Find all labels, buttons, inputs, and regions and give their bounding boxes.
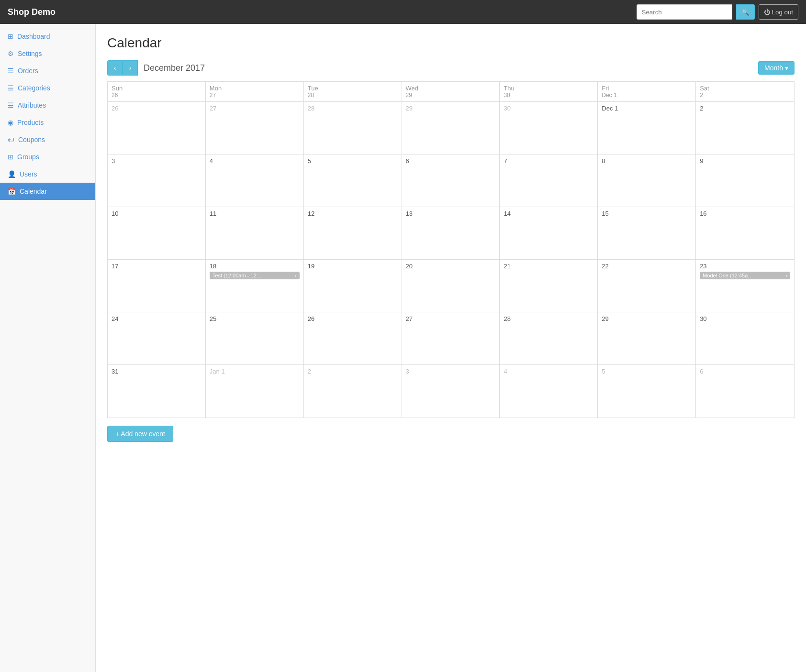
calendar-cell[interactable]: 20 — [402, 260, 500, 312]
cell-day-number: 5 — [308, 157, 398, 165]
calendar-week-1: 2627282930Dec 12 — [108, 102, 794, 154]
cell-day-number: 10 — [112, 210, 202, 217]
calendar-cell[interactable]: 24 — [108, 312, 206, 365]
cell-day-number: 3 — [112, 157, 202, 165]
calendar-cell[interactable]: 4 — [500, 365, 598, 418]
calendar-cell[interactable]: 29 — [598, 312, 696, 365]
sidebar-item-label: Orders — [18, 67, 38, 75]
calendar-cell[interactable]: 25 — [206, 312, 304, 365]
prev-month-button[interactable]: ‹ — [107, 60, 123, 76]
sidebar-item-label: Dashboard — [17, 33, 50, 40]
attributes-icon: ☰ — [8, 101, 14, 109]
calendar-cell[interactable]: 13 — [402, 207, 500, 260]
cell-day-number: 2 — [700, 105, 790, 112]
calendar-cell[interactable]: 14 — [500, 207, 598, 260]
calendar-cell[interactable]: 30 — [696, 312, 794, 365]
calendar-cell[interactable]: 9 — [696, 154, 794, 207]
cell-day-number: 19 — [308, 263, 398, 270]
calendar-cell[interactable]: 4 — [206, 154, 304, 207]
sidebar-item-dashboard[interactable]: ⊞Dashboard — [0, 28, 95, 45]
sidebar-item-categories[interactable]: ☰Categories — [0, 79, 95, 97]
cell-day-number: 4 — [504, 368, 593, 375]
cell-day-number: 7 — [504, 157, 593, 165]
cell-day-number: 14 — [504, 210, 593, 217]
calendar-header: ‹ › December 2017 Month ▾ — [107, 60, 795, 76]
cell-day-number: 12 — [308, 210, 398, 217]
sidebar-item-label: Calendar — [20, 187, 47, 195]
calendar-week-5: 24252627282930 — [108, 312, 794, 365]
calendar-cell[interactable]: 22 — [598, 260, 696, 312]
calendar-cell[interactable]: Dec 1 — [598, 102, 696, 154]
calendar-cell[interactable]: 5 — [598, 365, 696, 418]
sidebar-item-users[interactable]: 👤Users — [0, 165, 95, 183]
calendar-cell[interactable]: 3 — [108, 154, 206, 207]
add-event-button[interactable]: + Add new event — [107, 426, 173, 442]
calendar-cell[interactable]: 5 — [304, 154, 402, 207]
day-header-tue: Tue28 — [304, 82, 402, 102]
calendar-cell[interactable]: 31 — [108, 365, 206, 418]
sidebar-item-groups[interactable]: ⊞Groups — [0, 148, 95, 165]
calendar-cell[interactable]: 28 — [500, 312, 598, 365]
calendar-cell[interactable]: 3 — [402, 365, 500, 418]
cell-day-number: 30 — [504, 105, 593, 112]
calendar-cell[interactable]: 6 — [696, 365, 794, 418]
calendar-cell[interactable]: 27 — [402, 312, 500, 365]
calendar-cell[interactable]: 29 — [402, 102, 500, 154]
event-badge[interactable]: Test (12:00am - 12:…› — [210, 272, 300, 279]
search-button[interactable]: 🔍 — [736, 4, 755, 20]
calendar-cell[interactable]: 7 — [500, 154, 598, 207]
cell-day-number: 4 — [210, 157, 300, 165]
users-icon: 👤 — [8, 170, 16, 178]
calendar-cell[interactable]: 21 — [500, 260, 598, 312]
calendar-cell[interactable]: 17 — [108, 260, 206, 312]
event-badge[interactable]: Model One (12:45a…› — [700, 272, 790, 279]
calendar-cell[interactable]: 8 — [598, 154, 696, 207]
calendar-day-headers: Sun26Mon27Tue28Wed29Thu30FriDec 1Sat2 — [108, 82, 794, 102]
day-header-wed: Wed29 — [402, 82, 500, 102]
calendar-cell[interactable]: 27 — [206, 102, 304, 154]
calendar-cell[interactable]: 28 — [304, 102, 402, 154]
next-month-button[interactable]: › — [123, 60, 138, 76]
calendar-cell[interactable]: 2 — [304, 365, 402, 418]
calendar-cell[interactable]: 30 — [500, 102, 598, 154]
calendar-cell[interactable]: 15 — [598, 207, 696, 260]
cell-day-number: 26 — [112, 105, 202, 112]
calendar-cell[interactable]: 26 — [304, 312, 402, 365]
cell-day-number: 27 — [210, 105, 300, 112]
sidebar-item-products[interactable]: ◉Products — [0, 114, 95, 131]
groups-icon: ⊞ — [8, 153, 13, 161]
calendar-cell[interactable]: 6 — [402, 154, 500, 207]
sidebar-item-coupons[interactable]: 🏷Coupons — [0, 131, 95, 148]
calendar-cell[interactable]: Jan 1 — [206, 365, 304, 418]
sidebar-item-calendar[interactable]: 📅Calendar — [0, 183, 95, 200]
logout-button[interactable]: ⏻ Log out — [759, 4, 798, 20]
sidebar-item-settings[interactable]: ⚙Settings — [0, 45, 95, 62]
sidebar-item-orders[interactable]: ☰Orders — [0, 62, 95, 79]
calendar-cell[interactable]: 10 — [108, 207, 206, 260]
calendar-cell[interactable]: 16 — [696, 207, 794, 260]
cell-day-number: 25 — [210, 315, 300, 322]
calendar-cell[interactable]: 2 — [696, 102, 794, 154]
cell-day-number: 20 — [406, 263, 496, 270]
chevron-down-icon: ▾ — [785, 64, 788, 72]
calendar-cell[interactable]: 26 — [108, 102, 206, 154]
cell-day-number: 18 — [210, 263, 300, 270]
calendar-cell[interactable]: 18Test (12:00am - 12:…› — [206, 260, 304, 312]
calendar-nav: ‹ › December 2017 — [107, 60, 205, 76]
sidebar-item-attributes[interactable]: ☰Attributes — [0, 97, 95, 114]
sidebar-item-label: Attributes — [18, 101, 46, 109]
cell-day-number: 24 — [112, 315, 202, 322]
settings-icon: ⚙ — [8, 50, 14, 57]
view-month-button[interactable]: Month ▾ — [758, 61, 795, 75]
sidebar-item-label: Coupons — [18, 136, 45, 143]
calendar-cell[interactable]: 23Model One (12:45a…› — [696, 260, 794, 312]
calendar-cell[interactable]: 19 — [304, 260, 402, 312]
calendar-cell[interactable]: 11 — [206, 207, 304, 260]
cell-day-number: 16 — [700, 210, 790, 217]
calendar-cell[interactable]: 12 — [304, 207, 402, 260]
day-header-sun: Sun26 — [108, 82, 206, 102]
search-input[interactable] — [637, 4, 732, 20]
cell-day-number: 26 — [308, 315, 398, 322]
page-title: Calendar — [107, 35, 795, 51]
day-header-fri: FriDec 1 — [598, 82, 696, 102]
